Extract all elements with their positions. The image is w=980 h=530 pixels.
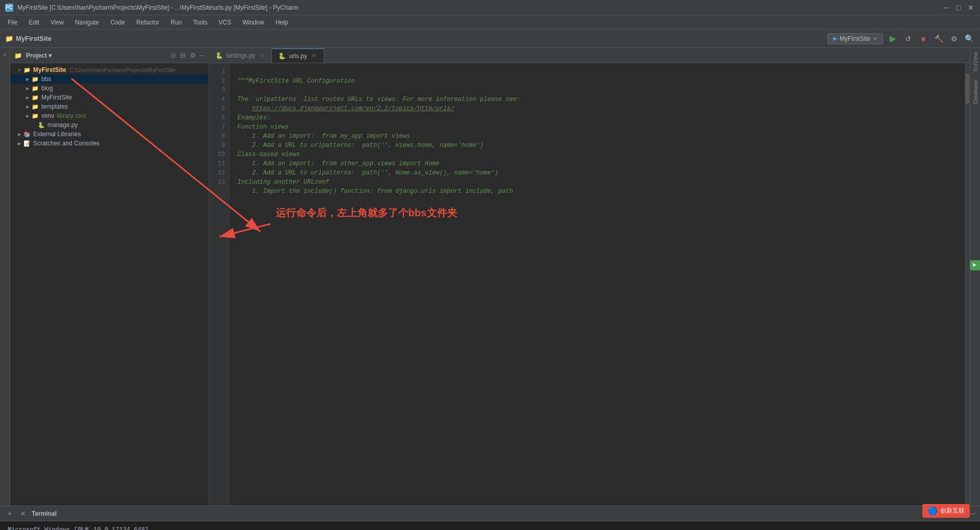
menu-bar: File Edit View Navigate Code Refactor Ru… (0, 15, 980, 30)
tab-settings-close[interactable]: ✕ (258, 52, 265, 59)
tabs-bar: 🐍 settings.py ✕ 🐍 urls.py ✕ (209, 48, 970, 63)
ext-icon: 📚 (23, 131, 31, 138)
project-selector-label: MyFirstSite (840, 35, 870, 42)
external-libraries-label: External Libraries (33, 131, 81, 138)
maximize-button[interactable]: □ (954, 4, 963, 12)
mfs-folder-icon: 📁 (32, 94, 39, 101)
rerun-button[interactable]: ↺ (902, 33, 914, 44)
stop-button[interactable]: ■ (918, 33, 929, 44)
menu-refactor[interactable]: Refactor (131, 17, 164, 28)
blog-folder-icon: 📁 (32, 85, 39, 92)
root-arrow-icon: ▾ (16, 67, 22, 73)
tree-item-blog[interactable]: ▶ 📁 blog (10, 84, 209, 93)
tab-urls[interactable]: 🐍 urls.py ✕ (272, 48, 324, 63)
menu-edit[interactable]: Edit (23, 17, 44, 28)
terminal-panel: + ✕ Terminal ⚙ ─ Microsoft Windows [版本 1… (0, 506, 980, 530)
close-terminal-button[interactable]: ✕ (18, 509, 28, 518)
managepy-label: manage.py (47, 121, 78, 129)
tree-item-scratches[interactable]: ▶ 📝 Scratches and Consoles (10, 139, 209, 148)
toolbar-right: ▶ MyFirstSite ▼ ▶ ↺ ■ 🔨 ⚙ 🔍 (827, 33, 975, 44)
settings-tab-icon: 🐍 (215, 52, 223, 59)
tab-settings[interactable]: 🐍 settings.py ✕ (209, 48, 272, 63)
close-button[interactable]: ✕ (967, 4, 975, 12)
terminal-title: Terminal (32, 510, 956, 517)
urls-tab-icon: 🐍 (278, 53, 286, 60)
collapse-icon[interactable]: ⊟ (180, 52, 186, 59)
terminal-minimize-icon[interactable]: ─ (970, 510, 975, 517)
project-selector[interactable]: ▶ MyFirstSite ▼ (827, 33, 883, 44)
tree-item-venv[interactable]: ▶ 📁 venv library root (10, 111, 209, 120)
bbs-label: bbs (41, 75, 51, 83)
tree-item-bbs[interactable]: ▶ 📁 bbs (10, 74, 209, 84)
blog-label: blog (41, 85, 53, 92)
root-folder-icon: 📁 (23, 67, 31, 73)
sidebar-toggle-icon[interactable]: ≡ (1, 51, 9, 59)
window-controls: ─ □ ✕ (942, 4, 975, 12)
search-icon[interactable]: 🔍 (964, 33, 975, 44)
bbs-arrow-icon: ▶ (24, 76, 31, 82)
project-panel: 📁 Project ▾ ⊙ ⊟ ⚙ ─ ▾ 📁 MyFirstSite C:\U… (10, 48, 209, 506)
file-tree: ▾ 📁 MyFirstSite C:\Users\han\PycharmProj… (10, 63, 209, 506)
tree-root[interactable]: ▾ 📁 MyFirstSite C:\Users\han\PycharmProj… (10, 65, 209, 74)
green-indicator[interactable]: ◀ (970, 260, 980, 270)
watermark-icon: 🔵 (927, 506, 938, 516)
templates-arrow-icon: ▶ (24, 104, 31, 110)
project-panel-header: 📁 Project ▾ ⊙ ⊟ ⚙ ─ (10, 48, 209, 63)
editor-area: 🐍 settings.py ✕ 🐍 urls.py ✕ 12345 678910… (209, 48, 970, 506)
main-area: ≡ 📁 Project ▾ ⊙ ⊟ ⚙ ─ ▾ 📁 MyFirstSite C:… (0, 48, 980, 506)
left-sidebar-stripe: ≡ (0, 48, 10, 506)
project-name: MyFirstSite (16, 35, 52, 42)
blog-arrow-icon: ▶ (24, 85, 31, 91)
database-tab[interactable]: Database (971, 76, 980, 108)
editor-scrollbar[interactable] (965, 63, 970, 506)
scratches-label: Scratches and Consoles (33, 140, 100, 147)
line-numbers: 12345 678910 111213 (209, 63, 230, 506)
venv-arrow-icon: ▶ (24, 113, 31, 119)
tab-urls-close[interactable]: ✕ (310, 53, 317, 60)
right-sidebar: SciView Database (970, 48, 980, 506)
settings-panel-icon[interactable]: ⚙ (190, 52, 196, 59)
app-icon: PC (5, 4, 13, 12)
terminal-line-1: Microsoft Windows [版本 10.0.17134.648] (8, 525, 972, 530)
terminal-body[interactable]: Microsoft Windows [版本 10.0.17134.648] (c… (0, 521, 980, 530)
editor-content: 12345 678910 111213 """MyFirstSite URL C… (209, 63, 970, 506)
menu-navigate[interactable]: Navigate (70, 17, 104, 28)
menu-file[interactable]: File (3, 17, 22, 28)
bbs-folder-icon: 📁 (32, 76, 39, 83)
menu-window[interactable]: Window (237, 17, 270, 28)
minimize-button[interactable]: ─ (942, 4, 950, 12)
menu-vcs[interactable]: VCS (213, 17, 236, 28)
build-button[interactable]: 🔨 (933, 33, 944, 44)
root-name: MyFirstSite (33, 66, 66, 73)
root-path: C:\Users\han\PycharmProjects\MyFirstSite (69, 67, 176, 73)
code-editor[interactable]: """MyFirstSite URL Configuration The `ur… (230, 63, 965, 506)
mfs-arrow-icon: ▶ (24, 94, 31, 100)
venv-extra: library root (57, 112, 86, 119)
tree-item-external-libraries[interactable]: ▶ 📚 External Libraries (10, 130, 209, 139)
menu-code[interactable]: Code (105, 17, 130, 28)
myfirstsite-label: MyFirstSite (41, 94, 72, 101)
venv-label: venv (41, 112, 54, 119)
sciview-tab[interactable]: SciView (971, 48, 980, 76)
menu-view[interactable]: View (45, 17, 69, 28)
add-terminal-button[interactable]: + (5, 509, 14, 518)
tree-item-myfirstsite[interactable]: ▶ 📁 MyFirstSite (10, 93, 209, 102)
tab-settings-label: settings.py (226, 52, 255, 59)
project-panel-title: Project ▾ (26, 52, 166, 59)
menu-help[interactable]: Help (271, 17, 293, 28)
menu-run[interactable]: Run (165, 17, 187, 28)
scratch-icon: 📝 (23, 140, 31, 147)
title-bar: PC MyFirstSite [C:\Users\han\PycharmProj… (0, 0, 980, 15)
venv-folder-icon: 📁 (32, 113, 39, 119)
tree-item-managepy[interactable]: 🐍 manage.py (10, 120, 209, 130)
menu-tools[interactable]: Tools (188, 17, 212, 28)
sync-icon[interactable]: ⊙ (170, 52, 176, 59)
run-button[interactable]: ▶ (887, 33, 898, 44)
terminal-header: + ✕ Terminal ⚙ ─ (0, 506, 980, 521)
minimize-panel-icon[interactable]: ─ (200, 52, 205, 59)
scratch-arrow-icon: ▶ (16, 140, 22, 146)
tab-urls-label: urls.py (289, 53, 307, 60)
tree-item-templates[interactable]: ▶ 📁 templates (10, 102, 209, 111)
editor-scroll-thumb (965, 73, 969, 104)
settings-icon[interactable]: ⚙ (948, 33, 960, 44)
